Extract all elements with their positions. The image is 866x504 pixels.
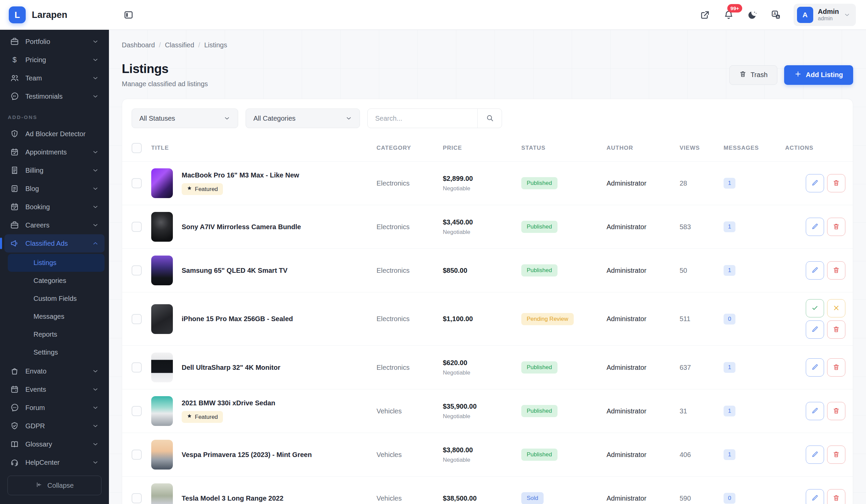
select-all-checkbox[interactable] <box>132 143 142 153</box>
sidebar-item-label: Ad Blocker Detector <box>25 130 86 138</box>
edit-button[interactable] <box>806 218 824 236</box>
table-row: 2021 BMW 330i xDrive SedanFeaturedVehicl… <box>122 389 853 433</box>
edit-button[interactable] <box>806 358 824 377</box>
sidebar-item-booking[interactable]: Booking <box>4 198 104 216</box>
delete-button[interactable] <box>827 402 845 420</box>
sidebar-item-billing[interactable]: Billing <box>4 161 104 180</box>
sidebar-item-pricing[interactable]: $Pricing <box>4 51 104 69</box>
plus-icon <box>794 70 802 79</box>
trash-icon <box>833 494 840 503</box>
sidebar-item-appointments[interactable]: Appointments <box>4 143 104 161</box>
sidebar-item-testimonials[interactable]: Testimonials <box>4 87 104 105</box>
trash-icon <box>833 266 840 275</box>
external-link-icon[interactable] <box>699 9 711 21</box>
sidebar-item-careers[interactable]: Careers <box>4 216 104 234</box>
collapse-icon <box>35 481 43 490</box>
sidebar-item-ad-blocker-detector[interactable]: Ad Blocker Detector <box>4 125 104 143</box>
calendar-check-icon <box>10 203 19 211</box>
user-menu[interactable]: A Admin admin <box>793 4 856 26</box>
chevron-down-icon <box>92 459 99 466</box>
sidebar-subitem-messages[interactable]: Messages <box>8 308 104 325</box>
topbar-right: 99+ A A Admin admin <box>699 4 856 26</box>
listing-price: $850.00 <box>443 267 513 274</box>
delete-button[interactable] <box>827 489 845 504</box>
status-filter-select[interactable]: All Statuses <box>132 108 238 128</box>
row-checkbox[interactable] <box>132 178 142 188</box>
row-checkbox[interactable] <box>132 314 142 324</box>
category-filter-select[interactable]: All Categories <box>246 108 360 128</box>
delete-button[interactable] <box>827 261 845 279</box>
listing-author: Administrator <box>607 494 646 502</box>
sidebar-subitem-custom-fields[interactable]: Custom Fields <box>8 290 104 308</box>
add-listing-button[interactable]: Add Listing <box>784 65 853 85</box>
notification-count-badge: 99+ <box>727 4 742 12</box>
breadcrumb-dashboard[interactable]: Dashboard <box>122 41 155 49</box>
sidebar-item-glossary[interactable]: Glossary <box>4 435 104 453</box>
listing-price: $3,450.00 <box>443 218 513 226</box>
listing-title: Sony A7IV Mirrorless Camera Bundle <box>182 223 301 231</box>
notifications-bell[interactable]: 99+ <box>723 9 735 21</box>
language-translate-icon[interactable]: A <box>770 9 782 21</box>
sidebar-item-forum[interactable]: Forum <box>4 399 104 417</box>
sidebar-item-portfolio[interactable]: Portfolio <box>4 33 104 51</box>
edit-button[interactable] <box>806 261 824 279</box>
row-checkbox[interactable] <box>132 449 142 460</box>
sidebar-subitem-listings[interactable]: Listings <box>8 254 104 272</box>
chevron-down-icon <box>92 93 99 100</box>
messages-count-badge: 1 <box>724 221 735 232</box>
sidebar-subitem-settings[interactable]: Settings <box>8 343 104 362</box>
edit-button[interactable] <box>806 174 824 192</box>
delete-button[interactable] <box>827 446 845 464</box>
listing-category: Electronics <box>377 315 410 322</box>
edit-button[interactable] <box>806 446 824 464</box>
sidebar-item-label: HelpCenter <box>25 459 59 467</box>
trash-icon <box>739 70 747 79</box>
dark-mode-moon-icon[interactable] <box>746 9 758 21</box>
sidebar-item-events[interactable]: Events <box>4 380 104 399</box>
sidebar-collapse-button[interactable]: Collapse <box>8 476 101 495</box>
edit-button[interactable] <box>806 402 824 420</box>
delete-button[interactable] <box>827 358 845 377</box>
trash-button[interactable]: Trash <box>729 65 777 85</box>
sidebar-item-team[interactable]: Team <box>4 69 104 87</box>
negotiable-label: Negotiable <box>443 413 513 420</box>
listing-views: 406 <box>680 451 691 458</box>
delete-button[interactable] <box>827 320 845 339</box>
briefcase-icon <box>10 37 19 46</box>
breadcrumb-classified[interactable]: Classified <box>165 41 194 49</box>
search-button[interactable] <box>477 109 502 128</box>
sidebar-subitem-reports[interactable]: Reports <box>8 325 104 343</box>
row-checkbox[interactable] <box>132 222 142 232</box>
messages-count-badge: 0 <box>724 493 735 504</box>
sidebar-item-blog[interactable]: Blog <box>4 180 104 198</box>
chevron-down-icon <box>92 423 99 429</box>
check-icon <box>811 304 819 313</box>
row-checkbox[interactable] <box>132 362 142 373</box>
approve-button[interactable] <box>806 299 824 318</box>
row-checkbox[interactable] <box>132 406 142 416</box>
reject-button[interactable] <box>827 299 845 318</box>
listing-title: Tesla Model 3 Long Range 2022 <box>182 494 284 502</box>
sidebar-item-classified-ads[interactable]: Classified Ads <box>4 234 104 252</box>
status-badge: Pending Review <box>521 313 574 325</box>
col-status: STATUS <box>517 138 602 162</box>
sidebar-toggle-icon[interactable] <box>122 9 135 21</box>
messages-count-badge: 1 <box>724 405 735 416</box>
row-checkbox[interactable] <box>132 265 142 275</box>
bag-icon <box>10 367 19 376</box>
row-checkbox[interactable] <box>132 493 142 503</box>
sidebar-item-envato[interactable]: Envato <box>4 362 104 380</box>
chevron-down-icon <box>345 115 352 122</box>
sidebar-item-gdpr[interactable]: GDPR <box>4 417 104 435</box>
headset-icon <box>10 458 19 467</box>
edit-button[interactable] <box>806 489 824 504</box>
delete-button[interactable] <box>827 174 845 192</box>
listings-table: TITLE CATEGORY PRICE STATUS AUTHOR VIEWS… <box>122 138 853 504</box>
delete-button[interactable] <box>827 218 845 236</box>
sidebar-subitem-categories[interactable]: Categories <box>8 272 104 290</box>
sidebar-header: L Larapen <box>0 0 109 30</box>
sidebar-item-helpcenter[interactable]: HelpCenter <box>4 453 104 471</box>
listing-thumbnail <box>151 255 173 285</box>
search-input[interactable] <box>368 109 477 128</box>
edit-button[interactable] <box>806 320 824 339</box>
